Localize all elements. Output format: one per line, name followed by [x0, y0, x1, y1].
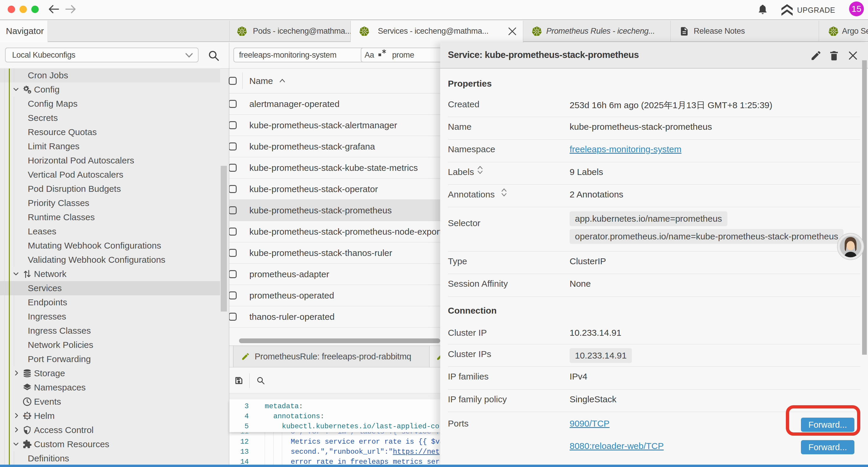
svg-text:HELM: HELM	[24, 414, 31, 417]
